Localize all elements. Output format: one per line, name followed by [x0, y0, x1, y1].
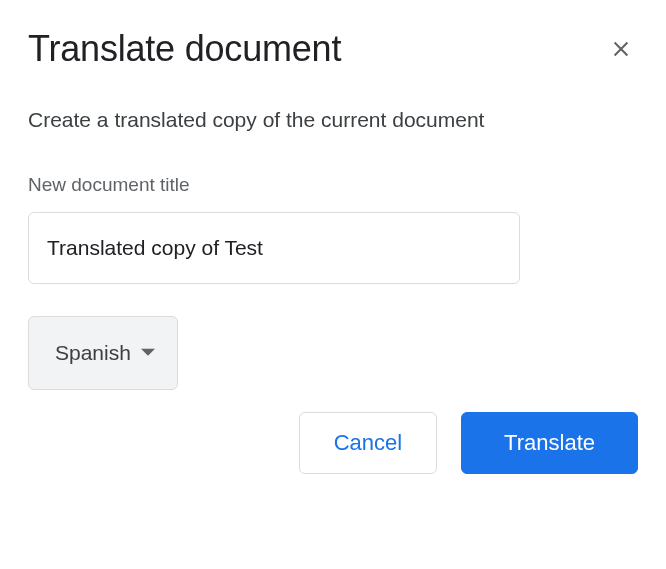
title-field-label: New document title: [28, 174, 638, 196]
dialog-subtitle: Create a translated copy of the current …: [28, 108, 638, 132]
translate-document-dialog: Translate document Create a translated c…: [28, 28, 638, 474]
translate-button[interactable]: Translate: [461, 412, 638, 474]
dialog-header: Translate document: [28, 28, 638, 70]
language-select[interactable]: Spanish: [28, 316, 178, 390]
dialog-title: Translate document: [28, 28, 341, 70]
selected-language-label: Spanish: [55, 341, 131, 365]
close-button[interactable]: [604, 32, 638, 69]
cancel-button[interactable]: Cancel: [299, 412, 437, 474]
document-title-input[interactable]: [28, 212, 520, 284]
dialog-buttons: Cancel Translate: [28, 412, 638, 474]
chevron-down-icon: [141, 341, 155, 365]
close-icon: [610, 38, 632, 63]
